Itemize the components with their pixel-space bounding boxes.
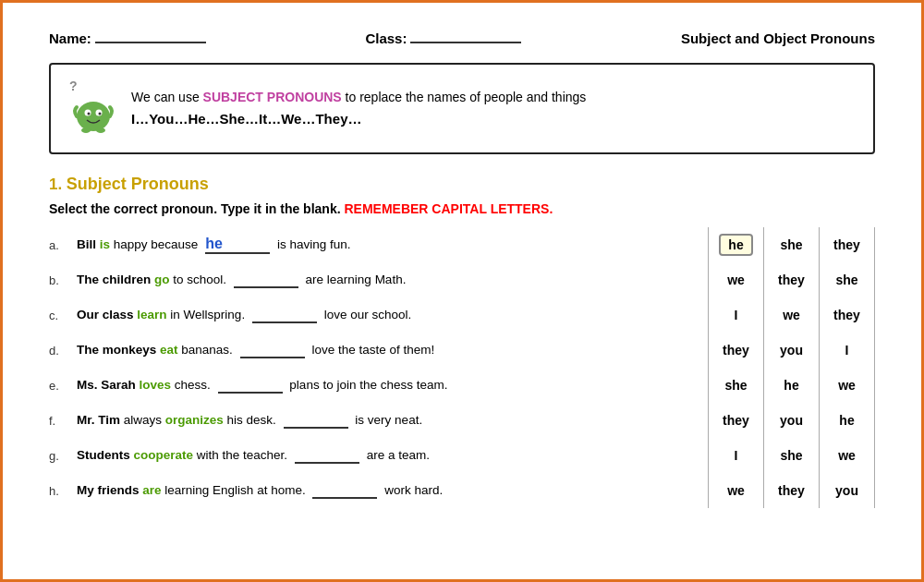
info-before: We can use — [131, 90, 203, 104]
option-cell[interactable]: they — [709, 403, 764, 438]
row-sentence: Ms. Sarah loves chess. plans to join the… — [77, 368, 709, 403]
class-label: Class: — [365, 30, 407, 46]
row-sentence: My friends are learning English at home.… — [77, 473, 709, 508]
option-cell[interactable]: I — [709, 297, 764, 333]
option-cell[interactable]: she — [764, 227, 820, 262]
option-cell[interactable]: they — [764, 473, 820, 508]
instruction-plain: Select the correct pronoun. Type it in t… — [49, 201, 344, 216]
option-cell[interactable]: we — [820, 438, 875, 473]
section1-header: 1. Subject Pronouns — [49, 175, 875, 194]
option-cell[interactable]: she — [820, 262, 875, 297]
option-cell[interactable]: I — [820, 333, 875, 368]
option-cell[interactable]: they — [820, 297, 875, 333]
name-label: Name: — [49, 30, 91, 46]
table-row: a.Bill is happy because he is having fun… — [49, 227, 875, 262]
row-letter: g. — [49, 438, 77, 473]
info-box: ? We can use SUBJECT PRO — [49, 63, 875, 154]
row-letter: c. — [49, 297, 77, 333]
option-cell[interactable]: she — [764, 438, 820, 473]
svg-point-1 — [77, 102, 110, 131]
row-sentence: Mr. Tim always organizes his desk. is ve… — [77, 403, 709, 438]
table-row: c.Our class learn in Wellspring. love ou… — [49, 297, 875, 333]
info-text-block: We can use SUBJECT PRONOUNS to replace t… — [131, 87, 586, 129]
option-cell[interactable]: he — [709, 227, 764, 262]
option-cell[interactable]: they — [709, 333, 764, 368]
option-cell[interactable]: they — [764, 262, 820, 297]
header: Name: Class: Subject and Object Pronouns — [49, 30, 875, 46]
pronoun-list: I…You…He…She…It…We…They… — [131, 108, 586, 130]
row-letter: d. — [49, 333, 77, 368]
row-sentence: Bill is happy because he is having fun. — [77, 227, 709, 262]
row-letter: f. — [49, 403, 77, 438]
instruction-red: REMEMEBER CAPITAL LETTERS. — [344, 201, 553, 216]
table-row: h.My friends are learning English at hom… — [49, 473, 875, 508]
name-field: Name: — [49, 30, 206, 46]
svg-text:?: ? — [69, 79, 78, 93]
option-cell[interactable]: we — [820, 368, 875, 403]
option-cell[interactable]: they — [820, 227, 875, 262]
option-cell[interactable]: you — [764, 333, 820, 368]
table-row: d.The monkeys eat bananas. love the tast… — [49, 333, 875, 368]
table-row: g.Students cooperate with the teacher. a… — [49, 438, 875, 473]
row-letter: e. — [49, 368, 77, 403]
exercise-table: a.Bill is happy because he is having fun… — [49, 227, 875, 508]
monster-icon: ? — [66, 78, 116, 139]
row-sentence: The monkeys eat bananas. love the taste … — [77, 333, 709, 368]
row-sentence: The children go to school. are learning … — [77, 262, 709, 297]
option-cell[interactable]: he — [764, 368, 820, 403]
option-cell[interactable]: he — [820, 403, 875, 438]
table-row: e.Ms. Sarah loves chess. plans to join t… — [49, 368, 875, 403]
subject-pronouns-highlight: SUBJECT PRONOUNS — [203, 90, 342, 104]
option-cell[interactable]: we — [709, 262, 764, 297]
table-row: f.Mr. Tim always organizes his desk. is … — [49, 403, 875, 438]
option-cell[interactable]: she — [709, 368, 764, 403]
row-letter: h. — [49, 473, 77, 508]
table-row: b.The children go to school. are learnin… — [49, 262, 875, 297]
option-cell[interactable]: I — [709, 438, 764, 473]
option-cell[interactable]: you — [764, 403, 820, 438]
svg-point-5 — [99, 113, 102, 115]
svg-point-7 — [96, 127, 105, 133]
svg-point-6 — [81, 127, 91, 133]
svg-point-4 — [88, 113, 91, 115]
option-cell[interactable]: you — [820, 473, 875, 508]
row-sentence: Students cooperate with the teacher. are… — [77, 438, 709, 473]
section1-number: 1. — [49, 176, 62, 193]
section1-title: Subject Pronouns — [67, 175, 209, 193]
info-after: to replace the names of people and thing… — [346, 90, 587, 104]
instruction: Select the correct pronoun. Type it in t… — [49, 201, 875, 216]
option-cell[interactable]: we — [709, 473, 764, 508]
row-letter: a. — [49, 227, 77, 262]
class-field: Class: — [365, 30, 521, 46]
row-letter: b. — [49, 262, 77, 297]
option-cell[interactable]: we — [764, 297, 820, 333]
page-title: Subject and Object Pronouns — [681, 30, 875, 46]
worksheet-page: Name: Class: Subject and Object Pronouns… — [0, 0, 924, 582]
row-sentence: Our class learn in Wellspring. love our … — [77, 297, 709, 333]
